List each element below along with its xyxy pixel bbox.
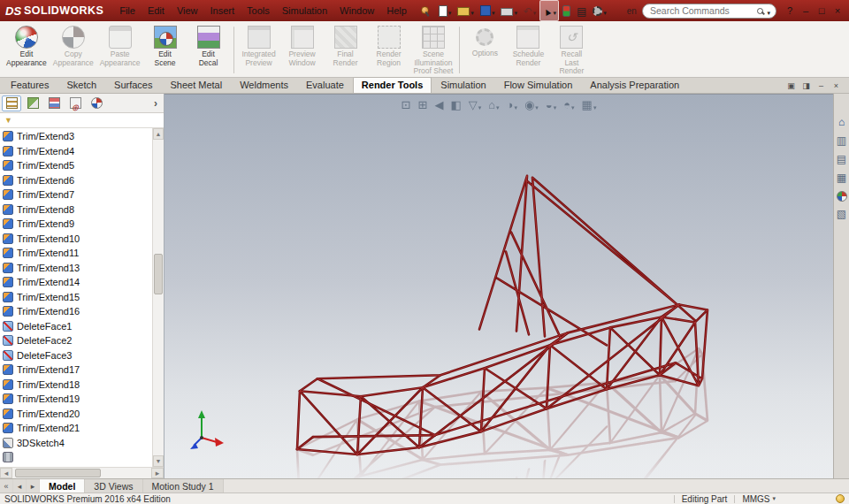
- feature-tree-item[interactable]: Trim/Extend11: [3, 246, 152, 261]
- ribbon-button[interactable]: Final Render: [325, 23, 367, 77]
- menu-item[interactable]: Help: [380, 3, 413, 19]
- print-button[interactable]: [498, 0, 520, 21]
- panel-flyout-arrow[interactable]: ›: [149, 97, 162, 110]
- search-commands-box[interactable]: [642, 4, 776, 19]
- next-tab-button[interactable]: ▸: [27, 479, 40, 493]
- design-library-icon[interactable]: ▥: [837, 135, 846, 147]
- select-button[interactable]: [539, 0, 558, 21]
- document-tab[interactable]: 3D Views: [85, 479, 142, 493]
- apply-scene-icon[interactable]: ◓: [563, 97, 574, 113]
- scroll-down-arrow[interactable]: [153, 455, 164, 467]
- feature-tree-item[interactable]: [3, 450, 152, 465]
- feature-tree-item[interactable]: Trim/Extend7: [3, 187, 152, 202]
- featuremanager-tab[interactable]: [2, 95, 21, 111]
- feature-tree-item[interactable]: Trim/Extend8: [3, 202, 152, 218]
- dropdown-arrow-icon[interactable]: [514, 3, 517, 19]
- save-button[interactable]: [478, 0, 498, 21]
- home-icon[interactable]: ⌂: [838, 117, 845, 128]
- filter-funnel-icon[interactable]: [4, 116, 12, 125]
- menu-item[interactable]: View: [171, 3, 204, 19]
- ribbon-button[interactable]: Render Region: [368, 23, 410, 77]
- file-properties-button[interactable]: [574, 0, 589, 21]
- search-input[interactable]: [648, 4, 754, 17]
- new-document-button[interactable]: [436, 0, 455, 21]
- commandmanager-tab[interactable]: Sheet Metal: [161, 77, 231, 93]
- appearances-icon[interactable]: [837, 191, 847, 202]
- ribbon-button[interactable]: Edit Scene: [144, 23, 187, 77]
- scroll-up-arrow[interactable]: [153, 128, 164, 140]
- feature-tree-item[interactable]: Trim/Extend19: [3, 392, 152, 407]
- menu-item[interactable]: File: [113, 3, 142, 19]
- ribbon-button[interactable]: Recall Last Render: [550, 23, 593, 77]
- dropdown-arrow-icon[interactable]: [603, 3, 607, 19]
- feature-tree-item[interactable]: Trim/Extend10: [3, 232, 152, 247]
- dropdown-arrow-icon[interactable]: [553, 3, 556, 19]
- feature-tree-item[interactable]: Trim/Extend17: [3, 363, 152, 378]
- close-button[interactable]: ×: [830, 1, 845, 20]
- menu-item[interactable]: Tools: [241, 3, 276, 19]
- zoom-area-icon[interactable]: ⊞: [418, 98, 428, 112]
- search-icon[interactable]: [757, 8, 763, 14]
- commandmanager-tab[interactable]: Evaluate: [297, 77, 353, 93]
- menu-item[interactable]: Window: [333, 3, 380, 19]
- ribbon-button[interactable]: Options: [463, 23, 506, 77]
- ribbon-button[interactable]: Edit Appearance: [4, 23, 50, 77]
- feature-tree-item[interactable]: Trim/Extend5: [3, 158, 152, 173]
- propertymanager-tab[interactable]: [23, 95, 42, 111]
- feature-tree-item[interactable]: Trim/Extend6: [3, 173, 152, 188]
- ribbon-button[interactable]: Preview Window: [281, 23, 324, 77]
- feature-tree-item[interactable]: Trim/Extend14: [3, 275, 152, 290]
- feature-tree-item[interactable]: Trim/Extend18: [3, 378, 152, 393]
- tree-vertical-scrollbar[interactable]: [152, 128, 164, 467]
- view-settings-icon[interactable]: ▦: [582, 97, 597, 113]
- feature-tree-item[interactable]: Trim/Extend13: [3, 261, 152, 276]
- previous-view-icon[interactable]: ◀: [434, 98, 443, 112]
- restore-button[interactable]: □: [814, 1, 830, 20]
- edit-appearance-icon[interactable]: ◒: [546, 97, 556, 113]
- tree-filter-bar[interactable]: [0, 113, 164, 128]
- minimize-pane-button[interactable]: –: [815, 81, 827, 90]
- menu-item[interactable]: Insert: [204, 3, 241, 19]
- feature-tree-item[interactable]: Trim/Extend16: [3, 304, 152, 319]
- annotation-views-icon[interactable]: ▽: [469, 97, 482, 113]
- document-tab[interactable]: Model: [40, 479, 85, 493]
- document-tab[interactable]: Motion Study 1: [143, 479, 224, 493]
- feature-tree-item[interactable]: Trim/Extend20: [3, 407, 152, 422]
- ribbon-button[interactable]: [459, 27, 460, 73]
- feature-tree-item[interactable]: Trim/Extend3: [3, 129, 152, 144]
- tree-horizontal-scrollbar[interactable]: [0, 467, 164, 478]
- dropdown-arrow-icon[interactable]: [492, 3, 495, 19]
- help-button[interactable]: ?: [782, 1, 798, 20]
- ribbon-button[interactable]: Integrated Preview: [238, 23, 280, 77]
- section-view-icon[interactable]: ◧: [450, 98, 461, 112]
- pin-icon[interactable]: [419, 5, 430, 16]
- dropdown-arrow-icon[interactable]: [470, 3, 474, 19]
- feature-tree-item[interactable]: DeleteFace2: [3, 333, 152, 348]
- scroll-left-arrow[interactable]: [0, 468, 12, 478]
- configurationmanager-tab[interactable]: [44, 95, 64, 111]
- view-orientation-icon[interactable]: ⌂: [488, 97, 499, 113]
- dropdown-arrow-icon[interactable]: [533, 3, 537, 19]
- rewind-tabs-button[interactable]: «: [0, 479, 13, 493]
- commandmanager-tab[interactable]: Features: [2, 77, 57, 93]
- displaymanager-tab[interactable]: [87, 95, 106, 111]
- feature-tree-item[interactable]: DeleteFace3: [3, 348, 152, 363]
- feature-tree-item[interactable]: DeleteFace1: [3, 319, 152, 334]
- feature-tree-item[interactable]: Trim/Extend4: [3, 144, 152, 159]
- ribbon-button[interactable]: Schedule Render: [507, 23, 549, 77]
- commandmanager-tab[interactable]: Simulation: [432, 77, 494, 93]
- feature-tree-item[interactable]: 3DSketch4: [3, 436, 152, 451]
- ribbon-button[interactable]: Paste Appearance: [97, 23, 143, 77]
- commandmanager-tab[interactable]: Weldments: [231, 77, 297, 93]
- ribbon-button[interactable]: Copy Appearance: [50, 23, 96, 77]
- units-selector[interactable]: MMGS ▾: [742, 494, 776, 504]
- expand-pane-button[interactable]: ▣: [785, 81, 797, 90]
- graphics-area[interactable]: ⊡ ⊞ ◀ ◧ ▽: [164, 94, 833, 478]
- minimize-button[interactable]: –: [798, 1, 814, 20]
- rebuild-button[interactable]: [560, 3, 573, 19]
- menu-item[interactable]: Edit: [142, 3, 171, 19]
- prev-tab-button[interactable]: ◂: [13, 479, 27, 493]
- custom-properties-icon[interactable]: ▧: [837, 209, 846, 220]
- commandmanager-tab[interactable]: Render Tools: [353, 77, 432, 93]
- display-pane-button[interactable]: ◨: [800, 81, 812, 90]
